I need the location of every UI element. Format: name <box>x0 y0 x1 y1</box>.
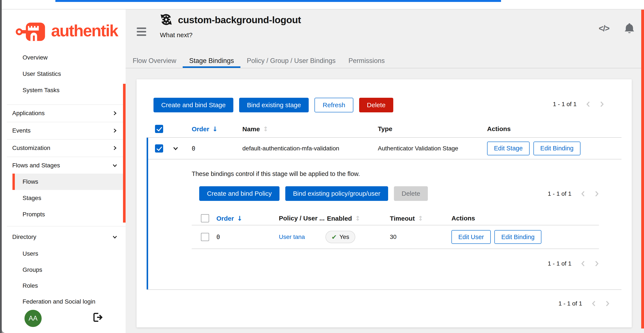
column-order[interactable]: Order↓ <box>192 125 218 133</box>
policy-order-value: 0 <box>216 233 220 241</box>
sort-icon: ↕ <box>355 215 360 222</box>
column-actions: Actions <box>452 215 475 222</box>
bind-existing-stage-button[interactable]: Bind existing stage <box>239 98 309 112</box>
brand-mark-icon <box>15 21 49 42</box>
pagination-prev-icon[interactable] <box>586 101 590 107</box>
bind-existing-policy-button[interactable]: Bind existing policy/group/user <box>285 186 388 201</box>
sidebar: authentik Overview User Statistics Syste… <box>2 10 126 333</box>
sort-icon: ↕ <box>418 215 423 222</box>
create-and-bind-policy-button[interactable]: Create and bind Policy <box>199 186 280 201</box>
pagination-next-icon[interactable] <box>600 101 604 107</box>
column-actions: Actions <box>487 125 511 133</box>
pagination-label: 1 - 1 of 1 <box>553 101 576 108</box>
avatar[interactable]: AA <box>24 310 42 327</box>
tab-permissions[interactable]: Permissions <box>342 54 391 68</box>
edit-binding-button[interactable]: Edit Binding <box>494 230 542 244</box>
sidebar-item-overview[interactable]: Overview <box>2 50 126 66</box>
sidebar-item-label: User Statistics <box>22 71 61 77</box>
avatar-initials: AA <box>28 314 37 322</box>
header-actions: </> <box>599 23 634 34</box>
policy-table-row: 0 User tana ✔ Yes 30 Edit User Edit Bind… <box>136 225 622 249</box>
divider <box>148 159 622 159</box>
enabled-badge-label: Yes <box>340 233 349 240</box>
sidebar-item-stages[interactable]: Stages <box>2 190 126 206</box>
sidebar-item-label: Users <box>22 250 38 257</box>
check-icon: ✔ <box>332 233 337 241</box>
refresh-button[interactable]: Refresh <box>314 98 353 112</box>
divider <box>7 104 126 105</box>
pagination-prev-icon[interactable] <box>581 191 585 197</box>
column-policy-user: Policy / User ... <box>279 215 324 222</box>
sidebar-item-users[interactable]: Users <box>2 246 126 262</box>
sidebar-item-events[interactable]: Events <box>2 122 126 139</box>
sidebar-item-label: System Tasks <box>22 87 60 94</box>
pagination-label: 1 - 1 of 1 <box>548 190 572 197</box>
stage-type-value: Authenticator Validation Stage <box>378 145 458 152</box>
pagination-policy-bottom: 1 - 1 of 1 <box>548 260 599 267</box>
create-and-bind-stage-button[interactable]: Create and bind Stage <box>154 98 233 112</box>
sidebar-item-system-tasks[interactable]: System Tasks <box>2 82 126 98</box>
sidebar-item-label: Customization <box>12 145 50 151</box>
column-name[interactable]: Name↕ <box>242 125 268 133</box>
divider <box>146 289 622 290</box>
page-title: custom-background-logout <box>178 15 301 26</box>
pagination-next-icon[interactable] <box>595 191 599 197</box>
notifications-bell-icon[interactable] <box>625 23 634 34</box>
sidebar-item-federation[interactable]: Federation and Social login <box>2 293 126 310</box>
column-enabled[interactable]: Enabled↕ <box>327 215 360 222</box>
delete-button[interactable]: Delete <box>359 98 393 112</box>
column-order[interactable]: Order↓ <box>216 215 242 222</box>
sidebar-item-label: Federation and Social login <box>22 298 95 305</box>
sidebar-item-label: Applications <box>12 110 45 117</box>
edit-stage-button[interactable]: Edit Stage <box>487 142 530 155</box>
stage-table-row: 0 default-authentication-mfa-validation … <box>136 138 622 159</box>
pagination-bottom: 1 - 1 of 1 <box>558 300 610 307</box>
bindings-description: These bindings control if this stage wil… <box>192 170 360 177</box>
sidebar-item-applications[interactable]: Applications <box>2 105 126 121</box>
sidebar-item-flows-and-stages[interactable]: Flows and Stages <box>2 157 126 174</box>
sidebar-item-label: Overview <box>22 54 48 61</box>
tab-policy-group-user-bindings[interactable]: Policy / Group / User Bindings <box>240 54 342 68</box>
sidebar-item-customization[interactable]: Customization <box>2 140 126 156</box>
screen: authentik Overview User Statistics Syste… <box>0 0 644 333</box>
pagination-next-icon[interactable] <box>595 260 599 267</box>
tab-stage-bindings[interactable]: Stage Bindings <box>183 54 240 68</box>
sidebar-item-label: Directory <box>12 233 36 240</box>
sidebar-item-flows[interactable]: Flows <box>12 174 126 190</box>
sidebar-item-label: Roles <box>22 282 38 289</box>
api-code-icon[interactable]: </> <box>599 24 609 33</box>
menu-toggle-button[interactable] <box>136 26 148 37</box>
sidebar-item-directory[interactable]: Directory <box>2 229 126 245</box>
sidebar-item-user-statistics[interactable]: User Statistics <box>2 66 126 82</box>
main-area: custom-background-logout What next? </> … <box>126 10 644 333</box>
page-scrollbar-thumb[interactable] <box>641 10 644 328</box>
sidebar-item-roles[interactable]: Roles <box>2 277 126 294</box>
policy-user-link[interactable]: User tana <box>279 233 305 240</box>
edit-user-button[interactable]: Edit User <box>452 230 491 244</box>
row-checkbox[interactable] <box>155 144 163 153</box>
edit-binding-button[interactable]: Edit Binding <box>534 142 580 155</box>
delete-policy-button[interactable]: Delete <box>394 186 428 201</box>
page-header: custom-background-logout What next? <box>160 13 301 39</box>
pagination-next-icon[interactable] <box>605 300 610 307</box>
logout-icon[interactable] <box>93 313 103 323</box>
sidebar-item-groups[interactable]: Groups <box>2 262 126 278</box>
policy-select-all-checkbox[interactable] <box>201 214 209 222</box>
stage-name-value: default-authentication-mfa-validation <box>242 145 339 152</box>
sidebar-scrollbar-thumb[interactable] <box>123 84 126 223</box>
page-subtitle: What next? <box>160 31 301 39</box>
select-all-checkbox[interactable] <box>155 125 163 133</box>
policy-row-checkbox[interactable] <box>201 233 209 241</box>
tab-flow-overview[interactable]: Flow Overview <box>126 54 183 68</box>
pagination-prev-icon[interactable] <box>581 260 585 267</box>
browser-chrome <box>0 0 644 10</box>
sidebar-item-prompts[interactable]: Prompts <box>2 206 126 223</box>
page-scrollbar <box>641 10 644 333</box>
divider <box>7 139 126 140</box>
chevron-down-icon <box>112 234 118 239</box>
column-type: Type <box>378 125 392 133</box>
pagination-prev-icon[interactable] <box>592 300 596 307</box>
column-timeout[interactable]: Timeout↕ <box>390 215 423 222</box>
brand-logo[interactable]: authentik <box>15 21 118 42</box>
collapse-caret-icon[interactable] <box>172 146 178 151</box>
